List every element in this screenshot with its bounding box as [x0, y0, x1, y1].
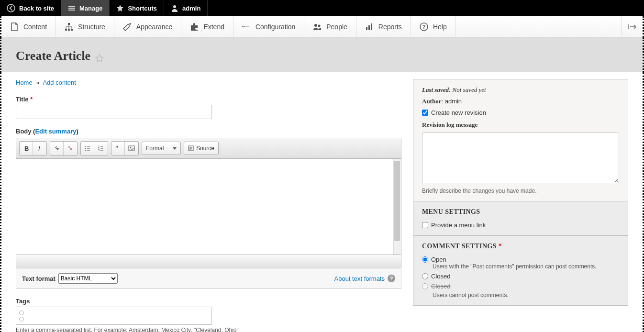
- shortcuts-button[interactable]: Shortcuts: [110, 0, 164, 16]
- hamburger-icon: [68, 4, 76, 12]
- revlog-hint: Briefly describe the changes you have ma…: [422, 188, 619, 194]
- menu-settings-block: MENU SETTINGS Provide a menu link: [413, 201, 628, 236]
- svg-rect-6: [366, 27, 367, 30]
- text-format-select[interactable]: Basic HTML: [58, 273, 118, 284]
- back-to-site-label: Back to site: [19, 5, 54, 12]
- menu-settings-title: MENU SETTINGS: [422, 208, 619, 216]
- title-input[interactable]: [16, 105, 212, 119]
- cke-group-media: ”: [111, 141, 139, 155]
- blockquote-button[interactable]: ”: [111, 142, 125, 155]
- menu-people[interactable]: People: [304, 16, 356, 37]
- menu-structure-label: Structure: [78, 23, 105, 31]
- tags-hint: Enter a comma-separated list. For exampl…: [16, 327, 401, 332]
- help-icon[interactable]: ?: [388, 275, 395, 282]
- chevron-down-icon: [173, 147, 177, 150]
- body-section: Body (Edit summary) B I 123: [16, 128, 401, 289]
- author-value: admin: [445, 98, 462, 105]
- revlog-textarea[interactable]: [422, 133, 619, 183]
- source-button[interactable]: Source: [184, 142, 219, 155]
- comment-closed-radio[interactable]: [422, 273, 428, 279]
- menu-reports[interactable]: Reports: [356, 16, 411, 37]
- user-icon: [171, 4, 178, 12]
- about-text-formats-link[interactable]: About text formats: [334, 275, 385, 282]
- breadcrumb-home[interactable]: Home: [16, 79, 33, 86]
- back-to-site-button[interactable]: Back to site: [0, 0, 61, 16]
- manage-button[interactable]: Manage: [61, 0, 110, 16]
- revision-block: Last saved: Not saved yet Author: admin …: [413, 79, 628, 201]
- create-revision-checkbox[interactable]: Create new revision: [422, 109, 619, 116]
- svg-text:3: 3: [98, 149, 100, 152]
- comment-open-desc: Users with the "Post comments" permissio…: [433, 263, 619, 270]
- comment-open-radio[interactable]: [422, 256, 428, 263]
- svg-rect-0: [68, 23, 70, 25]
- menu-help-label: Help: [433, 23, 447, 31]
- bold-button[interactable]: B: [20, 142, 33, 155]
- unlink-button[interactable]: [64, 142, 77, 155]
- admin-menu: Content Structure Appearance Extend Conf…: [0, 16, 644, 37]
- provide-menu-link-label: Provide a menu link: [431, 221, 486, 229]
- menu-appearance-label: Appearance: [136, 23, 173, 31]
- comment-closed-label: Closed: [431, 273, 450, 280]
- collapse-icon: [627, 23, 637, 30]
- comment-closed-radio-dup: [422, 283, 428, 289]
- edit-summary-link[interactable]: Edit summary: [35, 128, 76, 135]
- shortcuts-label: Shortcuts: [128, 5, 157, 12]
- breadcrumb-add-content[interactable]: Add content: [43, 79, 76, 86]
- appearance-icon: [123, 22, 132, 31]
- menu-content-label: Content: [23, 23, 47, 31]
- favorite-star-icon[interactable]: [95, 54, 104, 63]
- cke-group-link: [50, 141, 78, 155]
- comment-settings-title: COMMENT SETTINGS *: [422, 243, 619, 250]
- collapse-toolbar-button[interactable]: [621, 16, 643, 37]
- extend-icon: [190, 22, 199, 31]
- help-icon: ?: [420, 22, 428, 31]
- svg-rect-2: [68, 29, 70, 31]
- create-revision-label: Create new revision: [431, 109, 486, 116]
- menu-structure[interactable]: Structure: [56, 16, 114, 37]
- create-revision-input[interactable]: [422, 110, 428, 116]
- provide-menu-link-input[interactable]: [422, 222, 428, 228]
- comment-open-label: Open: [431, 256, 446, 263]
- revlog-row: Revision log message: [422, 121, 619, 129]
- required-marker: *: [30, 96, 33, 103]
- tags-input[interactable]: [16, 307, 212, 325]
- menu-help[interactable]: ? Help: [411, 16, 456, 37]
- cke-group-list: 123: [80, 141, 108, 155]
- structure-icon: [65, 22, 73, 31]
- cke-group-text: B I: [19, 141, 47, 155]
- menu-reports-label: Reports: [378, 23, 402, 31]
- provide-menu-link-checkbox[interactable]: Provide a menu link: [422, 221, 619, 229]
- side-panel: Last saved: Not saved yet Author: admin …: [413, 79, 628, 306]
- scrollbar-thumb[interactable]: [394, 161, 400, 241]
- bullet-list-button[interactable]: [81, 142, 94, 155]
- svg-rect-3: [71, 29, 73, 31]
- comment-settings-title-text: COMMENT SETTINGS: [422, 243, 497, 250]
- link-button[interactable]: [50, 142, 64, 155]
- breadcrumb-sep: »: [36, 79, 39, 86]
- reports-icon: [365, 22, 374, 31]
- text-format-label: Text format: [22, 275, 56, 282]
- page-title: Create Article: [16, 49, 90, 63]
- menu-configuration[interactable]: Configuration: [233, 16, 304, 37]
- image-button[interactable]: [125, 142, 138, 155]
- required-marker: *: [499, 243, 502, 250]
- menu-appearance[interactable]: Appearance: [114, 16, 182, 37]
- main-column: Home » Add content Title * Body (Edit su…: [16, 79, 401, 332]
- source-icon: [188, 145, 194, 151]
- manage-label: Manage: [79, 5, 102, 12]
- menu-extend-label: Extend: [203, 23, 224, 31]
- text-format-right: About text formats ?: [334, 275, 396, 282]
- menu-content[interactable]: Content: [1, 16, 56, 37]
- tags-section: Tags Enter a comma-separated list. For e…: [16, 298, 401, 332]
- format-label: Format: [146, 145, 164, 152]
- italic-button[interactable]: I: [33, 142, 46, 155]
- tags-label: Tags: [16, 298, 401, 305]
- format-dropdown[interactable]: Format: [142, 142, 181, 155]
- number-list-button[interactable]: 123: [94, 142, 108, 155]
- menu-people-label: People: [326, 23, 347, 31]
- user-button[interactable]: admin: [164, 0, 208, 16]
- comment-open-option[interactable]: Open: [422, 256, 619, 263]
- ckeditor-body[interactable]: [16, 159, 401, 255]
- comment-closed-option[interactable]: Closed: [422, 273, 619, 280]
- menu-extend[interactable]: Extend: [181, 16, 233, 37]
